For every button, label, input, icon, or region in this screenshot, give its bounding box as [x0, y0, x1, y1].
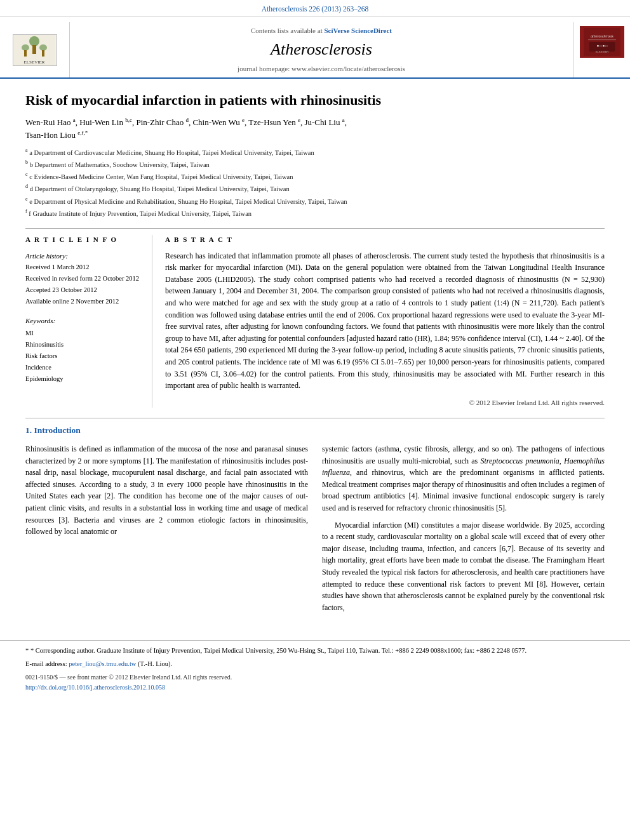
introduction-left: Rhinosinusitis is defined as inflammatio…: [25, 443, 308, 618]
section-divider: [25, 418, 605, 418]
affiliations: a a Department of Cardiovascular Medicin…: [25, 147, 605, 220]
introduction-body: Rhinosinusitis is defined as inflammatio…: [25, 443, 605, 618]
sciverse-text: Contents lists available at SciVerse Sci…: [251, 26, 392, 36]
journal-citation: Atherosclerosis 226 (2013) 263–268: [0, 0, 630, 17]
elsevier-logo: ELSEVIER: [0, 22, 70, 77]
article-info-abstract: A R T I C L E I N F O Article history: R…: [25, 228, 605, 408]
elsevier-tree-image: ELSEVIER: [13, 34, 57, 66]
footer-issn: 0021-9150/$ — see front matter © 2012 El…: [25, 673, 605, 682]
svg-text:ELSEVIER: ELSEVIER: [23, 60, 44, 65]
abstract-text: Research has indicated that inflammation…: [165, 250, 605, 392]
keyword-epidemiology: Epidemiology: [25, 373, 143, 385]
history-label: Article history:: [25, 250, 143, 262]
introduction-right: systemic factors (asthma, cystic fibrosi…: [322, 443, 605, 618]
article-info-panel: A R T I C L E I N F O Article history: R…: [25, 235, 152, 408]
journal-header: ELSEVIER Contents lists available at Sci…: [0, 17, 630, 79]
copyright-notice: © 2012 Elsevier Ireland Ltd. All rights …: [165, 398, 605, 408]
abstract-panel: A B S T R A C T Research has indicated t…: [165, 235, 605, 408]
article-title: Risk of myocardial infarction in patient…: [25, 91, 605, 110]
keywords-section: Keywords: MI Rhinosinusitis Risk factors…: [25, 316, 143, 385]
intro-right-text: systemic factors (asthma, cystic fibrosi…: [322, 443, 605, 613]
keyword-mi: MI: [25, 328, 143, 339]
journal-title-header: Atherosclerosis: [271, 38, 372, 61]
journal-homepage: journal homepage: www.elsevier.com/locat…: [238, 64, 405, 74]
svg-rect-6: [42, 50, 44, 57]
svg-point-3: [22, 44, 29, 51]
email-note: E-mail address: peter_liou@s.tmu.edu.tw …: [25, 659, 605, 669]
svg-text:■ □ ■ □: ■ □ ■ □: [596, 44, 607, 48]
keyword-risk-factors: Risk factors: [25, 350, 143, 362]
svg-rect-2: [32, 45, 36, 54]
svg-point-5: [39, 44, 47, 51]
footer-doi[interactable]: http://dx.doi.org/10.1016/j.atherosclero…: [25, 683, 605, 692]
svg-text:atherosclerosis: atherosclerosis: [591, 34, 613, 38]
abstract-label: A B S T R A C T: [165, 235, 605, 244]
available-online-date: Available online 2 November 2012: [25, 296, 143, 307]
introduction-heading: 1. Introduction: [25, 425, 605, 437]
email-suffix: (T.-H. Liou).: [138, 660, 172, 667]
svg-text:ELSEVIER: ELSEVIER: [595, 50, 608, 53]
keyword-incidence: Incidence: [25, 362, 143, 373]
email-label: E-mail address:: [25, 660, 67, 667]
svg-rect-4: [24, 50, 27, 57]
received-revised-date: Received in revised form 22 October 2012: [25, 273, 143, 284]
footer-section: * * Corresponding author. Graduate Insti…: [0, 640, 630, 692]
atherosclerosis-logo-image: atherosclerosis ■ □ ■ □ ELSEVIER: [580, 26, 624, 58]
introduction-section: 1. Introduction Rhinosinusitis is define…: [25, 425, 605, 618]
svg-point-1: [29, 36, 39, 46]
journal-logo-right: atherosclerosis ■ □ ■ □ ELSEVIER: [573, 22, 630, 77]
sciverse-link[interactable]: SciVerse ScienceDirect: [324, 27, 392, 34]
authors: Wen-Rui Hao a, Hui-Wen Lin b,c, Pin-Zhir…: [25, 116, 605, 142]
keywords-list: MI Rhinosinusitis Risk factors Incidence…: [25, 328, 143, 384]
intro-left-text: Rhinosinusitis is defined as inflammatio…: [25, 443, 308, 538]
accepted-date: Accepted 23 October 2012: [25, 284, 143, 296]
keyword-rhinosinusitis: Rhinosinusitis: [25, 339, 143, 350]
main-content: Risk of myocardial infarction in patient…: [0, 79, 630, 631]
received-date: Received 1 March 2012: [25, 262, 143, 273]
corresponding-email[interactable]: peter_liou@s.tmu.edu.tw: [69, 660, 136, 667]
athero-svg: atherosclerosis ■ □ ■ □ ELSEVIER: [580, 28, 624, 56]
corresponding-author-note: * * Corresponding author. Graduate Insti…: [25, 646, 605, 656]
journal-center-header: Contents lists available at SciVerse Sci…: [70, 22, 573, 77]
article-info-label: A R T I C L E I N F O: [25, 235, 143, 244]
article-history: Article history: Received 1 March 2012 R…: [25, 250, 143, 307]
elsevier-svg: ELSEVIER: [14, 35, 55, 65]
keywords-label: Keywords:: [25, 316, 143, 326]
